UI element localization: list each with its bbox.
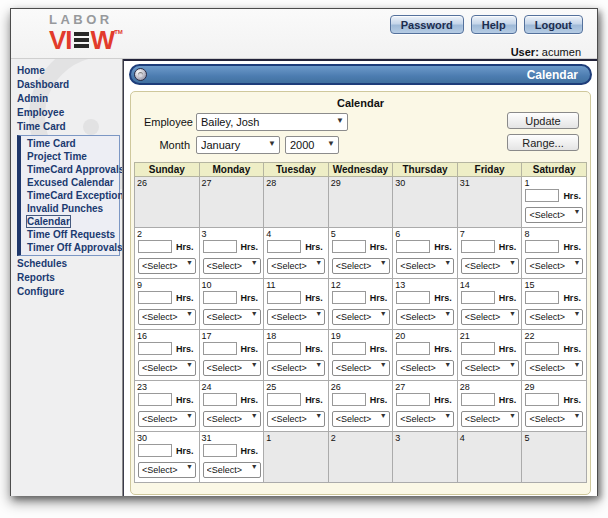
type-select[interactable]: <Select>	[396, 258, 454, 274]
sidebar-item-configure[interactable]: Configure	[15, 285, 122, 299]
sidebar-item-calendar[interactable]: Calendar	[25, 215, 119, 228]
type-select[interactable]: <Select>	[138, 309, 196, 325]
hours-input[interactable]	[138, 342, 172, 355]
year-select[interactable]: 2000	[285, 136, 339, 154]
hours-input[interactable]	[525, 189, 559, 202]
hrs-label: Hrs.	[563, 395, 581, 405]
hours-input[interactable]	[138, 240, 172, 253]
type-select[interactable]: <Select>	[525, 411, 583, 427]
type-select[interactable]: <Select>	[525, 360, 583, 376]
hours-input[interactable]	[203, 342, 237, 355]
sidebar-item-schedules[interactable]: Schedules	[15, 257, 122, 271]
sidebar-item-reports[interactable]: Reports	[15, 271, 122, 285]
sidebar-item-time-card[interactable]: Time Card	[15, 120, 122, 134]
update-button[interactable]: Update	[507, 112, 579, 129]
type-select[interactable]: <Select>	[461, 411, 519, 427]
sidebar-item-employee[interactable]: Employee	[15, 106, 122, 120]
sidebar-item-excused-calendar[interactable]: Excused Calendar	[25, 176, 119, 189]
month-select[interactable]: January	[196, 136, 280, 154]
type-select-wrap: <Select>	[525, 357, 583, 376]
type-select[interactable]: <Select>	[267, 309, 325, 325]
hours-input[interactable]	[396, 240, 430, 253]
type-select[interactable]: <Select>	[461, 309, 519, 325]
type-select[interactable]: <Select>	[461, 258, 519, 274]
hours-input[interactable]	[203, 393, 237, 406]
sidebar-item-dashboard[interactable]: Dashboard	[15, 78, 122, 92]
hours-input[interactable]	[396, 291, 430, 304]
hours-input[interactable]	[525, 291, 559, 304]
hours-input[interactable]	[203, 444, 237, 457]
hours-input[interactable]	[203, 240, 237, 253]
range-button[interactable]: Range...	[507, 134, 579, 151]
type-select[interactable]: <Select>	[525, 207, 583, 223]
hours-input[interactable]	[332, 240, 366, 253]
sidebar-item-invalid-punches[interactable]: Invalid Punches	[25, 202, 119, 215]
hours-input[interactable]	[332, 393, 366, 406]
hours-input[interactable]	[267, 291, 301, 304]
sidebar-item-timer-off-approvals[interactable]: Timer Off Approvals	[25, 241, 119, 254]
type-select[interactable]: <Select>	[203, 258, 261, 274]
hours-input[interactable]	[332, 342, 366, 355]
type-select[interactable]: <Select>	[332, 258, 390, 274]
type-select[interactable]: <Select>	[525, 258, 583, 274]
hrs-label: Hrs.	[176, 446, 194, 456]
date-label: 29	[522, 381, 586, 392]
sidebar-item-time-off-requests[interactable]: Time Off Requests	[25, 228, 119, 241]
calendar-cell-5: 5Hrs.<Select>	[328, 228, 393, 279]
type-select[interactable]: <Select>	[138, 462, 196, 478]
type-select[interactable]: <Select>	[332, 411, 390, 427]
hours-input[interactable]	[461, 240, 495, 253]
hours-input[interactable]	[525, 393, 559, 406]
type-select-wrap: <Select>	[267, 306, 325, 325]
hours-input[interactable]	[138, 291, 172, 304]
hours-input[interactable]	[267, 393, 301, 406]
hours-input[interactable]	[461, 291, 495, 304]
type-select[interactable]: <Select>	[396, 309, 454, 325]
sidebar-item-project-time[interactable]: Project Time	[25, 150, 119, 163]
type-select[interactable]: <Select>	[267, 360, 325, 376]
sidebar-item-home[interactable]: Home	[15, 64, 122, 78]
help-button[interactable]: Help	[471, 15, 517, 34]
hours-input[interactable]	[461, 393, 495, 406]
hours-input[interactable]	[332, 291, 366, 304]
calendar-cell-19: 19Hrs.<Select>	[328, 330, 393, 381]
hours-input[interactable]	[203, 291, 237, 304]
type-select[interactable]: <Select>	[203, 462, 261, 478]
type-select[interactable]: <Select>	[332, 360, 390, 376]
logout-button[interactable]: Logout	[524, 15, 583, 34]
type-select[interactable]: <Select>	[138, 258, 196, 274]
sidebar-item-time-card[interactable]: Time Card	[25, 137, 119, 150]
employee-select[interactable]: Bailey, Josh	[196, 113, 348, 131]
hours-input[interactable]	[396, 393, 430, 406]
sidebar-item-timecard-exceptions[interactable]: TimeCard Exceptions	[25, 189, 119, 202]
sidebar-item-admin[interactable]: Admin	[15, 92, 122, 106]
type-select[interactable]: <Select>	[203, 309, 261, 325]
hrs-label: Hrs.	[499, 395, 517, 405]
type-select[interactable]: <Select>	[267, 411, 325, 427]
type-select[interactable]: <Select>	[461, 360, 519, 376]
calendar-form: Employee Bailey, Josh Month January	[134, 112, 587, 162]
hours-input[interactable]	[461, 342, 495, 355]
hours-input[interactable]	[267, 342, 301, 355]
type-select-wrap: <Select>	[138, 357, 196, 376]
type-select[interactable]: <Select>	[332, 309, 390, 325]
hours-input[interactable]	[525, 240, 559, 253]
type-select-wrap: <Select>	[138, 408, 196, 427]
sidebar-item-timecard-approvals[interactable]: TimeCard Approvals	[25, 163, 119, 176]
type-select[interactable]: <Select>	[203, 360, 261, 376]
type-select[interactable]: <Select>	[525, 309, 583, 325]
hrs-label: Hrs.	[305, 242, 323, 252]
type-select[interactable]: <Select>	[203, 411, 261, 427]
type-select[interactable]: <Select>	[396, 360, 454, 376]
hours-input[interactable]	[525, 342, 559, 355]
calendar-cell-2-othermonth: 2	[328, 432, 393, 483]
hours-input[interactable]	[138, 444, 172, 457]
type-select[interactable]: <Select>	[396, 411, 454, 427]
password-button[interactable]: Password	[390, 15, 464, 34]
hours-input[interactable]	[138, 393, 172, 406]
hours-input[interactable]	[396, 342, 430, 355]
hours-input[interactable]	[267, 240, 301, 253]
type-select[interactable]: <Select>	[138, 411, 196, 427]
type-select[interactable]: <Select>	[267, 258, 325, 274]
type-select[interactable]: <Select>	[138, 360, 196, 376]
